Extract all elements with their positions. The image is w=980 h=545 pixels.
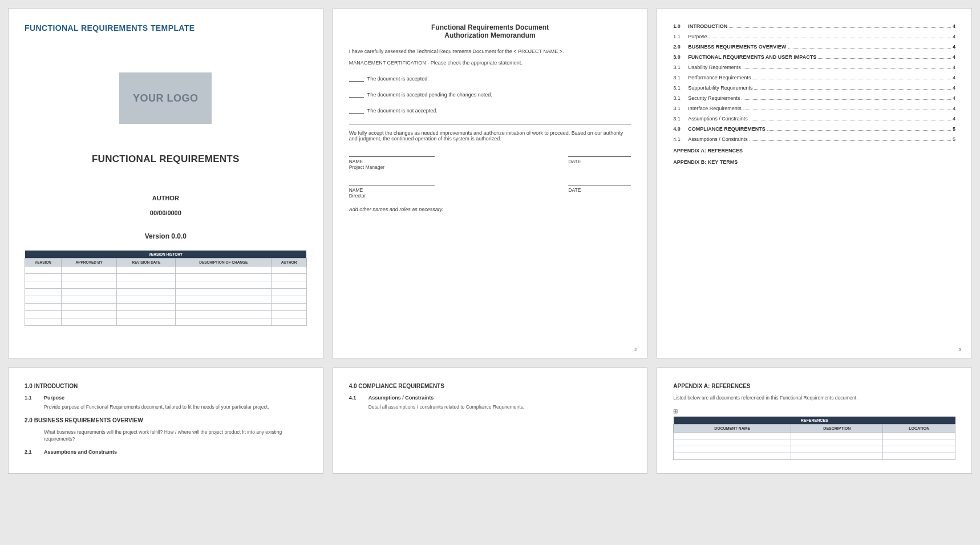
toc-number: 4.1: [673, 136, 688, 142]
toc-page: 5: [953, 136, 955, 142]
toc-title: BUSINESS REQUIREMENTS OVERVIEW: [688, 44, 786, 50]
col-version: VERSION: [25, 259, 62, 267]
add-note: Add other names and roles as necessary.: [349, 207, 631, 212]
subsection-number: 4.1: [349, 395, 361, 401]
toc-page: 4: [953, 85, 955, 91]
toc-page: 4: [953, 95, 955, 101]
toc-number: 3.0: [673, 54, 688, 60]
checkbox-blank[interactable]: [349, 92, 364, 98]
name-label: NAME: [349, 159, 435, 164]
toc-page: 4: [953, 64, 955, 70]
toc-page: 4: [953, 75, 955, 80]
expand-icon[interactable]: ⊞: [673, 408, 955, 414]
toc-entry[interactable]: 3.1Interface Requirements4: [673, 106, 955, 111]
toc-number: 3.1: [673, 106, 688, 111]
signature-row-1: NAME Project Manager DATE: [349, 156, 631, 170]
business-overview-body: What business requirements will the proj…: [44, 429, 307, 442]
toc-number: 3.1: [673, 85, 688, 91]
col-revision-date: REVISION DATE: [117, 259, 176, 267]
toc-page: 4: [953, 44, 955, 50]
table-row: [25, 274, 307, 281]
toc-entry[interactable]: 3.1Performance Requirements4: [673, 75, 955, 80]
subsection-1-1: 1.1 Purpose: [25, 395, 307, 401]
table-row: [25, 267, 307, 274]
toc-entry[interactable]: 4.1Assumptions / Constraints5: [673, 136, 955, 142]
toc-title: Interface Requirements: [688, 106, 742, 111]
document-title: FUNCTIONAL REQUIREMENTS: [25, 154, 307, 165]
toc-number: 3.1: [673, 75, 688, 80]
toc-entry[interactable]: 2.0BUSINESS REQUIREMENTS OVERVIEW4: [673, 44, 955, 50]
date-value: 00/00/0000: [25, 209, 307, 216]
toc-entry[interactable]: 4.0COMPLIANCE REQUIREMENTS5: [673, 126, 955, 132]
toc-entry[interactable]: 3.1Security Requirements4: [673, 95, 955, 101]
toc-page: 4: [953, 23, 955, 29]
subsection-title: Assumptions and Constraints: [44, 449, 117, 455]
page-6-appendix-a: APPENDIX A: REFERENCES Listed below are …: [657, 368, 972, 474]
toc-title: COMPLIANCE REQUIREMENTS: [688, 126, 766, 132]
subsection-title: Assumptions / Constraints: [368, 395, 434, 401]
page-3-toc: 1.0INTRODUCTION41.1Purpose42.0BUSINESS R…: [657, 8, 972, 358]
toc-entry[interactable]: 3.1Usability Requirements4: [673, 64, 955, 70]
page-number: 2: [634, 347, 637, 352]
date-label: DATE: [568, 159, 631, 164]
subsection-4-1: 4.1 Assumptions / Constraints: [349, 395, 631, 401]
logo-placeholder: YOUR LOGO: [119, 72, 212, 124]
toc-page: 4: [953, 54, 955, 60]
toc-leader: [788, 48, 951, 49]
toc-leader: [767, 130, 951, 131]
table-row: [25, 311, 307, 318]
signature-row-2: NAME Director DATE: [349, 185, 631, 199]
subsection-number: 1.1: [25, 395, 36, 401]
signature-date: DATE: [568, 185, 631, 199]
section-2-heading: 2.0 BUSINESS REQUIREMENTS OVERVIEW: [25, 417, 307, 423]
toc-entry[interactable]: 1.1Purpose4: [673, 34, 955, 39]
toc-number: 4.0: [673, 126, 688, 132]
toc-page: 4: [953, 106, 955, 111]
toc-entry[interactable]: 1.0INTRODUCTION4: [673, 23, 955, 29]
table-row: [25, 296, 307, 304]
toc-title: Usability Requirements: [688, 64, 741, 70]
version-history-caption: VERSION HISTORY: [25, 251, 307, 259]
appendix-a-desc: Listed below are all documents reference…: [673, 395, 955, 401]
compliance-body: Detail all assumptions / constraints rel…: [368, 404, 631, 410]
toc-title: INTRODUCTION: [688, 23, 727, 29]
subsection-2-1: 2.1 Assumptions and Constraints: [25, 449, 307, 455]
toc-page: 5: [953, 126, 955, 132]
signature-date: DATE: [568, 156, 631, 170]
role-director: Director: [349, 193, 435, 199]
section-4-heading: 4.0 COMPLIANCE REQUIREMENTS: [349, 383, 631, 389]
appendix-b-label: APPENDIX B: KEY TERMS: [673, 159, 955, 165]
toc-title: FUNCTIONAL REQUIREMENTS AND USER IMPACTS: [688, 54, 816, 60]
page-5-body: 4.0 COMPLIANCE REQUIREMENTS 4.1 Assumpti…: [333, 368, 648, 474]
page-4-body: 1.0 INTRODUCTION 1.1 Purpose Provide pur…: [8, 368, 323, 474]
subsection-number: 2.1: [25, 449, 36, 455]
checkbox-blank[interactable]: [349, 108, 364, 114]
toc-page: 4: [953, 34, 955, 39]
name-label: NAME: [349, 187, 435, 193]
toc-leader: [818, 58, 951, 59]
toc-title: Performance Requirements: [688, 75, 751, 80]
toc-leader: [743, 110, 951, 110]
toc-leader: [743, 68, 951, 69]
option-accepted-pending: The document is accepted pending the cha…: [349, 92, 631, 98]
col-description: DESCRIPTION: [791, 425, 883, 433]
toc-number: 2.0: [673, 44, 688, 50]
option-accepted: The document is accepted.: [349, 76, 631, 82]
col-approved-by: APPROVED BY: [61, 259, 117, 267]
auth-intro: I have carefully assessed the Technical …: [349, 49, 631, 54]
page-2-authorization: Functional Requirements Document Authori…: [333, 8, 648, 358]
toc-number: 3.1: [673, 95, 688, 101]
toc-entry[interactable]: 3.0FUNCTIONAL REQUIREMENTS AND USER IMPA…: [673, 54, 955, 60]
appendix-a-label: APPENDIX A: REFERENCES: [673, 148, 955, 154]
checkbox-blank[interactable]: [349, 76, 364, 82]
role-project-manager: Project Manager: [349, 164, 435, 170]
toc-leader: [750, 140, 951, 141]
toc-title: Assumptions / Constraints: [688, 116, 748, 122]
toc-entry[interactable]: 3.1Supportability Requirements4: [673, 85, 955, 91]
toc-title: Assumptions / Constraints: [688, 136, 748, 142]
toc-number: 1.1: [673, 34, 688, 39]
toc-entry[interactable]: 3.1Assumptions / Constraints4: [673, 116, 955, 122]
toc-title: Security Requirements: [688, 95, 740, 101]
page-number: 3: [959, 347, 961, 352]
toc-title: Supportability Requirements: [688, 85, 752, 91]
